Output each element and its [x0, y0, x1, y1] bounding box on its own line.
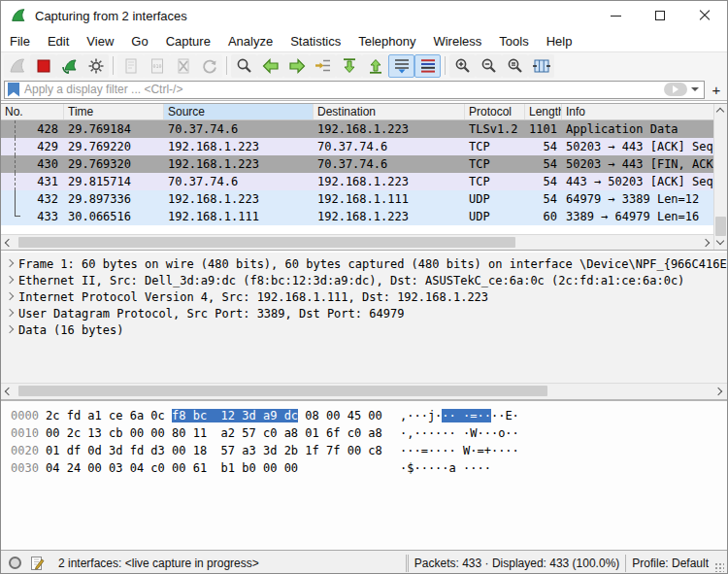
go-first-button[interactable] — [336, 54, 362, 78]
resize-columns-button[interactable] — [528, 54, 554, 78]
capture-comment-icon[interactable] — [29, 556, 45, 571]
zoom-out-button[interactable] — [476, 54, 502, 78]
hex-bytes-segment[interactable]: 04 24 00 03 04 c0 00 61 b1 b0 00 00 — [46, 461, 298, 475]
column-header-info[interactable]: Info — [562, 104, 715, 119]
packet-row-430[interactable]: 43029.769320192.168.1.22370.37.74.6TCP54… — [1, 155, 715, 173]
hex-row-0030[interactable]: 003004 24 00 03 04 c0 00 61 b1 b0 00 00·… — [1, 459, 727, 477]
column-header-protocol[interactable]: Protocol — [465, 104, 525, 119]
packet-row-429[interactable]: 42929.769220192.168.1.22370.37.74.6TCP54… — [1, 138, 715, 155]
packet-row-433[interactable]: 43330.066516192.168.1.111192.168.1.223UD… — [1, 208, 715, 225]
expand-chevron-icon[interactable] — [1, 288, 18, 305]
menu-view[interactable]: View — [78, 32, 122, 51]
close-file-icon — [174, 56, 193, 76]
detail-line-4[interactable]: Data (16 bytes) — [1, 321, 727, 338]
capture-options-button[interactable] — [83, 54, 109, 78]
details-hscrollbar[interactable] — [1, 383, 727, 399]
menu-file[interactable]: File — [1, 32, 39, 51]
hex-row-0010[interactable]: 001000 2c 13 cb 00 00 80 11 a2 57 c0 a8 … — [1, 424, 727, 442]
find-packet-button[interactable] — [231, 54, 257, 78]
hex-bytes-segment[interactable]: 01 df 0d 3d fd d3 00 18 57 a3 3d 2b 1f 7… — [46, 444, 382, 457]
expand-chevron-icon[interactable] — [1, 321, 18, 338]
menu-capture[interactable]: Capture — [157, 32, 219, 51]
column-header-destination[interactable]: Destination — [314, 104, 465, 119]
detail-line-0[interactable]: Frame 1: 60 bytes on wire (480 bits), 60… — [1, 255, 727, 272]
ascii-segment[interactable]: ,···j· — [400, 409, 442, 422]
scroll-up-icon[interactable] — [716, 108, 724, 116]
scroll-down-icon[interactable] — [716, 237, 724, 245]
ascii-segment[interactable]: ··E· — [491, 409, 519, 422]
menu-bar: FileEditViewGoCaptureAnalyzeStatisticsTe… — [1, 30, 727, 51]
packet-list-hscrollbar[interactable] — [1, 234, 715, 250]
add-filter-button[interactable]: + — [709, 82, 724, 98]
scroll-left-icon[interactable] — [5, 239, 13, 247]
hex-row-0020[interactable]: 002001 df 0d 3d fd d3 00 18 57 a3 3d 2b … — [1, 442, 727, 459]
packet-list-vscrollbar[interactable] — [713, 104, 727, 250]
stop-capture-button[interactable] — [30, 54, 56, 78]
column-header-no[interactable]: No. — [1, 104, 64, 119]
scroll-left-icon[interactable] — [5, 388, 13, 395]
menu-telephony[interactable]: Telephony — [349, 32, 424, 51]
scroll-right-icon[interactable] — [714, 388, 722, 395]
packet-row-431[interactable]: 43129.81571470.37.74.6192.168.1.223TCP54… — [1, 173, 715, 190]
packet-433-destination: 192.168.1.223 — [314, 208, 465, 225]
packet-429-source: 192.168.1.223 — [164, 138, 314, 155]
hex-offset: 0030 — [1, 459, 46, 477]
close-file-button[interactable] — [170, 54, 196, 78]
resize-grip[interactable] — [714, 562, 724, 572]
detail-line-1[interactable]: Ethernet II, Src: Dell_3d:a9:dc (f8:bc:1… — [1, 272, 727, 288]
column-header-time[interactable]: Time — [64, 104, 164, 119]
menu-tools[interactable]: Tools — [490, 32, 537, 51]
ascii-segment[interactable]: ···=···· W·=+···· — [400, 444, 519, 457]
detail-line-2[interactable]: Internet Protocol Version 4, Src: 192.16… — [1, 288, 727, 305]
profile-text[interactable]: Profile: Default — [632, 557, 709, 570]
hex-bytes-segment[interactable]: 00 2c 13 cb 00 00 80 11 a2 57 c0 a8 01 6… — [46, 426, 382, 440]
expand-chevron-icon[interactable] — [1, 305, 18, 321]
menu-wireless[interactable]: Wireless — [424, 32, 490, 51]
column-header-length[interactable]: Length — [525, 104, 562, 119]
menu-go[interactable]: Go — [122, 32, 156, 51]
hex-bytes-segment-highlighted[interactable]: f8 bc 12 3d a9 dc — [172, 409, 298, 422]
details-hscroll-thumb[interactable] — [18, 386, 547, 396]
filter-dropdown-icon[interactable] — [691, 87, 699, 91]
go-back-button[interactable] — [257, 54, 283, 78]
menu-help[interactable]: Help — [538, 32, 581, 51]
hex-row-0000[interactable]: 00002c fd a1 ce 6a 0c f8 bc 12 3d a9 dc … — [1, 407, 727, 424]
apply-filter-button[interactable] — [664, 83, 687, 96]
reload-file-button[interactable] — [196, 54, 222, 78]
colorize-button[interactable] — [414, 54, 441, 78]
packet-list-vscroll-thumb[interactable] — [715, 217, 726, 236]
packet-row-432[interactable]: 43229.897336192.168.1.223192.168.1.111UD… — [1, 190, 715, 208]
maximize-button[interactable] — [638, 1, 682, 30]
ascii-segment-highlighted[interactable]: ·· ·=·· — [442, 409, 491, 422]
zoom-in-button[interactable] — [449, 54, 476, 78]
hex-bytes-segment[interactable]: 08 00 45 00 — [298, 409, 382, 422]
detail-line-3[interactable]: User Datagram Protocol, Src Port: 3389, … — [1, 305, 727, 321]
packet-431-destination: 192.168.1.223 — [314, 173, 465, 190]
go-last-button[interactable] — [362, 54, 388, 78]
go-forward-button[interactable] — [283, 54, 310, 78]
ascii-segment[interactable]: ·,······ ·W···o·· — [400, 426, 519, 440]
display-filter-input[interactable] — [24, 83, 664, 97]
minimize-button[interactable] — [593, 1, 638, 30]
open-file-button[interactable] — [117, 54, 144, 78]
column-header-source[interactable]: Source — [164, 104, 314, 119]
start-capture-button[interactable] — [4, 54, 30, 78]
hex-bytes-segment[interactable]: 2c fd a1 ce 6a 0c — [46, 409, 172, 422]
expand-chevron-icon[interactable] — [1, 255, 18, 272]
ascii-segment[interactable]: ·$·····a ···· — [400, 461, 491, 475]
packet-list-hscroll-thumb[interactable] — [18, 237, 515, 248]
restart-capture-button[interactable] — [56, 54, 83, 78]
expand-chevron-icon[interactable] — [1, 272, 18, 288]
zoom-reset-button[interactable] — [502, 54, 528, 78]
expert-info-icon[interactable] — [9, 557, 21, 569]
close-button[interactable] — [682, 1, 727, 30]
save-file-button[interactable]: 010 — [144, 54, 170, 78]
menu-analyze[interactable]: Analyze — [219, 32, 281, 51]
scroll-right-icon[interactable] — [702, 239, 710, 247]
menu-statistics[interactable]: Statistics — [281, 32, 349, 51]
menu-edit[interactable]: Edit — [39, 32, 78, 51]
filter-bookmark-icon[interactable] — [8, 83, 19, 97]
auto-scroll-button[interactable] — [388, 54, 414, 78]
go-to-packet-button[interactable] — [310, 54, 336, 78]
packet-row-428[interactable]: 42829.76918470.37.74.6192.168.1.223TLSv1… — [1, 120, 715, 138]
